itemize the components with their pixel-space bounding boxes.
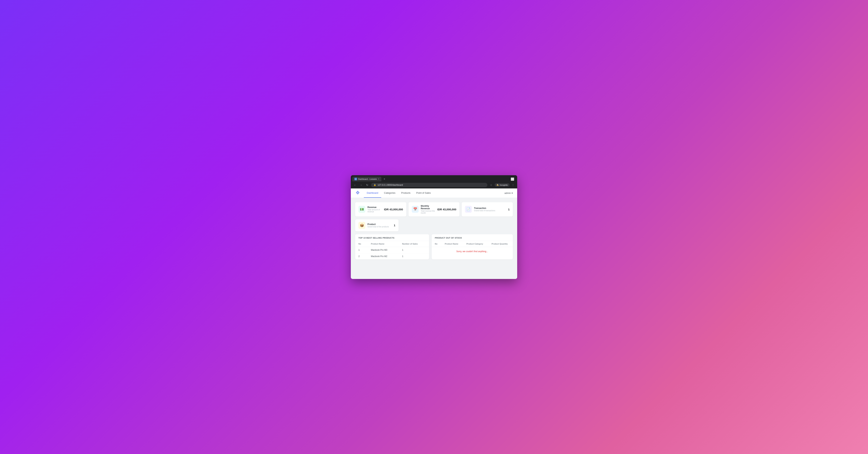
oos-col-product-quantity: Product Quantity xyxy=(488,241,513,247)
browser-tabs: Dashboard - Livewire × + ⬜ xyxy=(351,175,517,181)
product-value: 1 xyxy=(394,224,395,227)
star-button[interactable]: ☆ xyxy=(489,183,494,187)
top-products-title: TOP 10 BEST SELLING PRODUCTS xyxy=(355,234,429,241)
row-sales: 1 xyxy=(399,253,429,259)
active-tab[interactable]: Dashboard - Livewire × xyxy=(352,177,381,181)
revenue-desc: Total amount of revenue xyxy=(368,209,382,213)
tables-section: TOP 10 BEST SELLING PRODUCTS No Product … xyxy=(355,234,513,259)
nav-link-dashboard[interactable]: Dashboard xyxy=(364,188,381,198)
navbar: Dashboard Categories Products Point of S… xyxy=(351,189,517,198)
row-product-name: Macbook Pro M3 xyxy=(368,247,399,253)
product-icon: 📦 xyxy=(359,222,365,229)
row-sales: 1 xyxy=(399,247,429,253)
monthly-revenue-desc: Total revenue this month xyxy=(421,210,435,214)
revenue-info: Revenue Total amount of revenue xyxy=(368,206,382,213)
top-products-table: No Product Name Number of Sales 1 Macboo… xyxy=(355,241,429,259)
out-of-stock-empty: Sorry, we couldn't find anything... xyxy=(432,247,513,256)
row-no: 1 xyxy=(355,247,368,253)
browser-chrome: Dashboard - Livewire × + ⬜ ← → ↻ 🔒 127.0… xyxy=(351,175,517,189)
oos-col-product-name: Product Name xyxy=(441,241,463,247)
revenue-label: Revenue xyxy=(368,206,382,208)
revenue-icon: 💵 xyxy=(359,206,365,213)
monthly-revenue-label: Monthly Revenue xyxy=(421,205,435,210)
nav-links: Dashboard Categories Products Point of S… xyxy=(364,188,504,198)
monthly-revenue-info: Monthly Revenue Total revenue this month xyxy=(421,205,435,214)
address-bar[interactable]: 🔒 127.0.0.1:8000/dashboard xyxy=(371,183,487,187)
stat-cards-row2: 📦 Product Grand total of the products 1 xyxy=(355,219,513,231)
col-number-of-sales: Number of Sales xyxy=(399,241,429,247)
product-label: Product xyxy=(368,223,392,226)
nav-user-menu[interactable]: admin ▾ xyxy=(504,192,513,194)
lock-icon: 🔒 xyxy=(374,184,376,186)
incognito-label: Incognito xyxy=(500,184,508,186)
oos-col-no: No xyxy=(432,241,442,247)
incognito-icon: 🕵 xyxy=(496,184,499,186)
back-button[interactable]: ← xyxy=(352,183,357,187)
transaction-info: Transaction Grand total of transactions xyxy=(474,207,506,211)
nav-link-categories[interactable]: Categories xyxy=(381,188,398,198)
revenue-value: IDR 43,000,000 xyxy=(384,208,403,211)
transaction-value: 1 xyxy=(508,208,509,211)
table-row: 2 Macbook Pro M2 1 xyxy=(355,253,429,259)
app-content: Dashboard Categories Products Point of S… xyxy=(351,189,517,279)
monthly-revenue-value: IDR 43,000,000 xyxy=(437,208,456,211)
stat-card-product: 📦 Product Grand total of the products 1 xyxy=(355,219,399,231)
url-text: 127.0.0.1:8000/dashboard xyxy=(378,184,403,186)
out-of-stock-table: No Product Name Product Category Product… xyxy=(432,241,513,247)
main-body: 💵 Revenue Total amount of revenue IDR 43… xyxy=(351,198,517,264)
product-desc: Grand total of the products xyxy=(368,226,392,228)
forward-button[interactable]: → xyxy=(359,183,364,187)
row-no: 2 xyxy=(355,253,368,259)
nav-link-pos[interactable]: Point of Sales xyxy=(413,188,434,198)
tab-favicon xyxy=(354,178,357,180)
col-no: No xyxy=(355,241,368,247)
reload-button[interactable]: ↻ xyxy=(365,183,370,187)
top-products-card: TOP 10 BEST SELLING PRODUCTS No Product … xyxy=(355,234,429,259)
new-tab-button[interactable]: + xyxy=(382,177,386,181)
oos-col-product-category: Product Category xyxy=(463,241,488,247)
row-product-name: Macbook Pro M2 xyxy=(368,253,399,259)
browser-actions: ☆ 🕵 Incognito ⋮ xyxy=(489,183,515,187)
browser-controls: ← → ↻ 🔒 127.0.0.1:8000/dashboard ☆ 🕵 Inc… xyxy=(351,181,517,189)
navbar-logo xyxy=(355,190,360,196)
stat-card-revenue: 💵 Revenue Total amount of revenue IDR 43… xyxy=(355,202,406,217)
transaction-icon: 📄 xyxy=(465,206,472,213)
stat-card-monthly-revenue: 📅 Monthly Revenue Total revenue this mon… xyxy=(408,202,460,217)
monthly-revenue-icon: 📅 xyxy=(412,206,418,213)
transaction-desc: Grand total of transactions xyxy=(474,209,506,211)
transaction-label: Transaction xyxy=(474,207,506,209)
browser-maximize[interactable]: ⬜ xyxy=(509,177,516,181)
out-of-stock-title: PRODUCT OUT OF STOCK xyxy=(432,234,513,241)
stat-cards-row1: 💵 Revenue Total amount of revenue IDR 43… xyxy=(355,202,513,217)
tab-close-button[interactable]: × xyxy=(378,178,379,180)
product-info: Product Grand total of the products xyxy=(368,223,392,228)
table-row: 1 Macbook Pro M3 1 xyxy=(355,247,429,253)
nav-user-chevron: ▾ xyxy=(512,192,513,194)
tab-title: Dashboard - Livewire xyxy=(358,178,377,180)
nav-user-label: admin xyxy=(504,192,511,194)
svg-rect-0 xyxy=(355,190,360,195)
more-button[interactable]: ⋮ xyxy=(511,183,515,187)
nav-link-products[interactable]: Products xyxy=(398,188,413,198)
incognito-button[interactable]: 🕵 Incognito xyxy=(495,183,509,187)
out-of-stock-card: PRODUCT OUT OF STOCK No Product Name Pro… xyxy=(432,234,513,259)
browser-window: Dashboard - Livewire × + ⬜ ← → ↻ 🔒 127.0… xyxy=(351,175,517,279)
col-product-name: Product Name xyxy=(368,241,399,247)
stat-card-transaction: 📄 Transaction Grand total of transaction… xyxy=(462,202,513,217)
